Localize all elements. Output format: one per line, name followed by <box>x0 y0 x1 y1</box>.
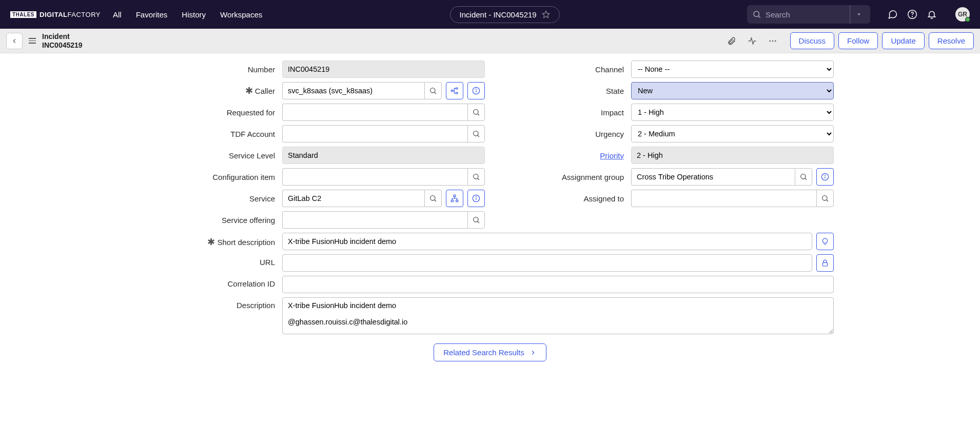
number-label: Number <box>146 65 282 74</box>
follow-button[interactable]: Follow <box>838 32 878 49</box>
more-icon[interactable] <box>767 35 779 47</box>
service-field[interactable] <box>282 190 424 207</box>
svg-line-22 <box>478 178 479 180</box>
assignment-group-info-button[interactable] <box>816 168 834 186</box>
service-offering-label: Service offering <box>146 216 282 225</box>
urgency-label: Urgency <box>495 130 631 138</box>
svg-line-39 <box>827 200 828 201</box>
current-tab-pill[interactable]: Incident - INC0045219 <box>450 6 560 23</box>
suggestion-button[interactable] <box>816 233 834 250</box>
short-description-field[interactable] <box>282 233 812 250</box>
assignment-group-lookup-button[interactable] <box>795 168 812 186</box>
svg-line-2 <box>758 16 760 18</box>
form-columns: Number ✱Caller <box>146 60 834 233</box>
correlation-id-field[interactable] <box>282 276 834 293</box>
bell-icon[interactable] <box>927 9 937 19</box>
caller-lookup-button[interactable] <box>424 82 442 99</box>
resolve-button[interactable]: Resolve <box>929 32 974 49</box>
url-field[interactable] <box>282 254 812 272</box>
related-search-label: Related Search Results <box>443 348 524 357</box>
url-row: URL <box>146 254 834 272</box>
svg-line-20 <box>478 135 479 137</box>
tdf-account-field[interactable] <box>282 125 467 143</box>
caller-tree-button[interactable] <box>446 82 463 99</box>
nav-workspaces[interactable]: Workspaces <box>220 10 262 19</box>
svg-rect-25 <box>454 195 456 196</box>
svg-line-18 <box>478 114 479 115</box>
service-tree-button[interactable] <box>446 190 463 207</box>
form-container: Number ✱Caller <box>146 53 834 387</box>
state-row: State New <box>495 82 834 99</box>
urgency-select[interactable]: 2 - Medium <box>631 125 834 143</box>
url-lock-button[interactable] <box>816 254 834 272</box>
assigned-to-row: Assigned to <box>495 190 834 207</box>
svg-rect-26 <box>451 200 453 201</box>
required-icon: ✱ <box>207 236 215 248</box>
search-dropdown[interactable] <box>850 5 867 24</box>
priority-label[interactable]: Priority <box>495 151 631 160</box>
requested-for-lookup-button[interactable] <box>467 104 485 121</box>
service-offering-field[interactable] <box>282 211 467 229</box>
discuss-button[interactable]: Discuss <box>790 32 835 49</box>
assignment-group-row: Assignment group <box>495 168 834 186</box>
avatar[interactable]: GR <box>955 7 970 22</box>
impact-row: Impact 1 - High <box>495 104 834 121</box>
assignment-group-field[interactable] <box>631 168 795 186</box>
attachment-icon[interactable] <box>726 35 738 47</box>
correlation-id-label: Correlation ID <box>146 276 282 288</box>
service-info-button[interactable] <box>467 190 485 207</box>
svg-rect-11 <box>451 90 453 92</box>
activity-icon[interactable] <box>746 35 758 47</box>
form-right-column: Channel -- None -- State New Impact 1 - … <box>495 60 834 233</box>
update-button[interactable]: Update <box>882 32 924 49</box>
nav-favorites[interactable]: Favorites <box>136 10 168 19</box>
tdf-account-lookup-button[interactable] <box>467 125 485 143</box>
service-level-row: Service Level <box>146 147 485 164</box>
assigned-to-field[interactable] <box>631 190 816 207</box>
priority-field <box>631 147 834 164</box>
related-search-button[interactable]: Related Search Results <box>434 343 546 361</box>
chat-icon[interactable] <box>888 9 898 19</box>
svg-point-16 <box>476 89 477 90</box>
form-menu-icon[interactable] <box>29 38 36 44</box>
config-item-lookup-button[interactable] <box>467 168 485 186</box>
requested-for-field[interactable] <box>282 104 467 121</box>
channel-select[interactable]: -- None -- <box>631 60 834 78</box>
logo-text: DIGITALFACTORY <box>40 11 101 18</box>
nav-all[interactable]: All <box>113 10 122 19</box>
logo-prefix: THALES <box>10 11 36 18</box>
caller-info-button[interactable] <box>467 82 485 99</box>
svg-rect-12 <box>456 88 458 89</box>
form-scroll-area[interactable]: Number ✱Caller <box>0 53 980 427</box>
config-item-field[interactable] <box>282 168 467 186</box>
svg-rect-27 <box>456 200 458 201</box>
assigned-to-lookup-button[interactable] <box>816 190 834 207</box>
service-lookup-button[interactable] <box>424 190 442 207</box>
impact-select[interactable]: 1 - High <box>631 104 834 121</box>
svg-point-31 <box>474 217 478 222</box>
tdf-account-row: TDF Account <box>146 125 485 143</box>
state-select[interactable]: New <box>631 82 834 99</box>
search-input[interactable] <box>747 10 850 19</box>
priority-row: Priority <box>495 147 834 164</box>
description-field[interactable] <box>282 297 834 334</box>
assignment-group-label: Assignment group <box>495 173 631 181</box>
service-offering-lookup-button[interactable] <box>467 211 485 229</box>
help-icon[interactable] <box>907 9 917 19</box>
svg-point-38 <box>822 196 827 200</box>
top-nav: THALES DIGITALFACTORY All Favorites Hist… <box>0 0 980 29</box>
global-search[interactable] <box>747 5 870 24</box>
svg-line-34 <box>805 178 807 180</box>
caller-field[interactable] <box>282 82 424 99</box>
svg-point-23 <box>430 196 435 200</box>
impact-label: Impact <box>495 108 631 117</box>
record-title: Incident INC0045219 <box>42 32 83 50</box>
assigned-to-label: Assigned to <box>495 194 631 203</box>
back-button[interactable] <box>6 33 23 49</box>
nav-history[interactable]: History <box>182 10 206 19</box>
related-bar: Related Search Results <box>146 338 834 367</box>
svg-marker-3 <box>857 14 860 16</box>
svg-line-10 <box>435 92 436 94</box>
service-row: Service <box>146 190 485 207</box>
star-icon[interactable] <box>542 10 550 18</box>
